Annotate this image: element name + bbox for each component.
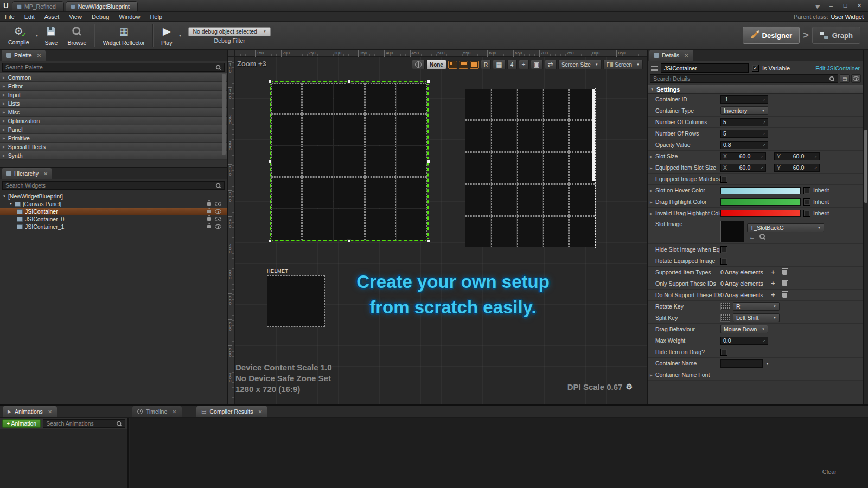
menu-view[interactable]: View: [64, 12, 87, 21]
asset-thumbnail[interactable]: [720, 221, 744, 242]
inventory-slot[interactable]: [302, 83, 333, 114]
spinner-icon[interactable]: ↕: [762, 97, 767, 101]
feedback-icon[interactable]: ▶: [815, 2, 821, 9]
clear-button[interactable]: Clear: [822, 468, 837, 475]
edit-widget-link[interactable]: Edit JSIContainer: [815, 65, 860, 72]
inventory-slot[interactable]: [543, 216, 569, 248]
expander-icon[interactable]: ▶: [3, 93, 5, 97]
expand-arrow-icon[interactable]: ▶: [650, 155, 655, 158]
numeric-input[interactable]: -1↕: [720, 95, 768, 104]
play-button[interactable]: ▶ Play: [156, 24, 177, 47]
inventory-slot[interactable]: [491, 120, 516, 152]
spinner-icon[interactable]: ↕: [762, 142, 767, 147]
hierarchy-root-row[interactable]: ▼ [NewWidgetBlueprint]: [0, 192, 227, 200]
add-element-icon[interactable]: +: [771, 269, 775, 275]
x-input[interactable]: X60.0↕: [720, 164, 766, 172]
inherit-checkbox[interactable]: [803, 210, 810, 217]
close-icon[interactable]: ✕: [172, 409, 176, 415]
inventory-slot[interactable]: [365, 177, 396, 208]
expand-arrow-icon[interactable]: ▶: [650, 166, 655, 170]
jsi-container-1[interactable]: HELMET: [265, 268, 327, 329]
tab-compiler-results[interactable]: ▤ Compiler Results ✕: [196, 406, 267, 417]
inventory-slot[interactable]: [491, 184, 516, 216]
fill-screen-dropdown[interactable]: Fill Screen▼: [603, 60, 643, 69]
lock-icon[interactable]: [207, 217, 211, 221]
lock-icon[interactable]: [207, 225, 211, 228]
flip-button[interactable]: ⇄: [545, 60, 557, 69]
inventory-slot[interactable]: [302, 146, 333, 177]
visibility-icon[interactable]: [215, 224, 221, 229]
visibility-icon[interactable]: [215, 217, 221, 221]
tab-animations[interactable]: ▶ Animations ✕: [3, 406, 57, 417]
inventory-slot[interactable]: [271, 209, 302, 240]
resize-handle[interactable]: [347, 80, 351, 84]
add-element-icon[interactable]: +: [771, 292, 775, 298]
inventory-slot[interactable]: [543, 120, 569, 152]
visibility-icon[interactable]: [215, 209, 221, 214]
inventory-slot[interactable]: [517, 216, 542, 248]
doc-tab-newwidgetblueprint[interactable]: NewWidgetBlueprint: [66, 1, 138, 11]
expander-icon[interactable]: ▶: [3, 136, 5, 140]
screen-size-dropdown[interactable]: Screen Size▼: [558, 60, 602, 69]
text-input[interactable]: [720, 359, 763, 368]
inventory-slot[interactable]: [543, 152, 569, 184]
inventory-slot[interactable]: [365, 83, 396, 114]
palette-tab[interactable]: Palette ✕: [2, 50, 46, 61]
maximize-button[interactable]: □: [839, 1, 852, 10]
inventory-slot[interactable]: [397, 114, 427, 145]
palette-category-lists[interactable]: ▶Lists: [0, 99, 227, 108]
browse-button[interactable]: Browse: [62, 24, 91, 47]
expand-arrow-icon[interactable]: ▶: [650, 189, 655, 192]
expander-icon[interactable]: ▼: [3, 195, 6, 198]
resize-handle[interactable]: [347, 239, 351, 243]
add-animation-button[interactable]: + Animation: [2, 419, 41, 428]
inventory-slot[interactable]: [569, 152, 595, 184]
expand-arrow-icon[interactable]: ▶: [650, 211, 655, 215]
parent-class-value[interactable]: User Widget: [831, 14, 864, 20]
inventory-slot[interactable]: [465, 216, 490, 248]
inventory-slot[interactable]: [397, 177, 427, 208]
anchor-preset-icon[interactable]: [459, 61, 468, 69]
jsi-container-selected[interactable]: [270, 81, 429, 241]
close-icon[interactable]: ✕: [258, 409, 262, 415]
resize-handle[interactable]: [426, 239, 430, 243]
spinner-icon[interactable]: ↕: [760, 165, 764, 170]
hierarchy-item-jsicontainer[interactable]: JSIContainer: [0, 208, 227, 215]
expander-icon[interactable]: ▼: [9, 202, 12, 206]
save-button[interactable]: Save: [40, 24, 62, 47]
lock-icon[interactable]: [207, 202, 211, 206]
inventory-slot[interactable]: [271, 114, 302, 145]
checkbox[interactable]: [720, 349, 727, 356]
palette-category-editor[interactable]: ▶Editor: [0, 82, 227, 91]
close-icon[interactable]: ✕: [37, 53, 41, 59]
inventory-slot[interactable]: [465, 184, 490, 216]
rotation-grid-snap-button[interactable]: R: [481, 60, 491, 69]
color-swatch[interactable]: [720, 198, 801, 206]
inventory-slot[interactable]: [569, 120, 595, 152]
x-input[interactable]: X60.0↕: [720, 152, 766, 160]
widget-name-input[interactable]: JSIContainer: [661, 63, 749, 73]
view-options-button[interactable]: [851, 74, 861, 83]
inventory-slot[interactable]: [569, 184, 595, 216]
details-tab[interactable]: Details ✕: [649, 50, 693, 61]
spinner-icon[interactable]: ↕: [813, 153, 818, 158]
palette-category-panel[interactable]: ▶Panel: [0, 125, 227, 134]
debug-object-dropdown[interactable]: No debug object selected ▼: [188, 27, 270, 36]
inventory-slot[interactable]: [334, 177, 365, 208]
palette-search-input[interactable]: [2, 63, 225, 72]
palette-category-synth[interactable]: ▶Synth: [0, 151, 227, 160]
dropdown-select[interactable]: Mouse Down▼: [720, 325, 768, 333]
color-swatch[interactable]: [720, 187, 801, 194]
resize-handle[interactable]: [426, 80, 430, 84]
inventory-slot[interactable]: [517, 89, 542, 120]
settings-section-header[interactable]: ▼ Settings: [648, 85, 863, 94]
spinner-icon[interactable]: ↕: [762, 338, 767, 343]
menu-edit[interactable]: Edit: [20, 12, 40, 21]
compile-button[interactable]: ⚙✓ Compile: [3, 24, 34, 47]
hierarchy-search-input[interactable]: [2, 181, 225, 190]
numeric-input[interactable]: 5↕: [720, 118, 768, 126]
clear-array-icon[interactable]: [782, 270, 787, 275]
hierarchy-item-jsicontainer-1[interactable]: JSIContainer_1: [0, 223, 227, 230]
inventory-slot[interactable]: [271, 146, 302, 177]
expander-icon[interactable]: ▶: [3, 101, 5, 105]
